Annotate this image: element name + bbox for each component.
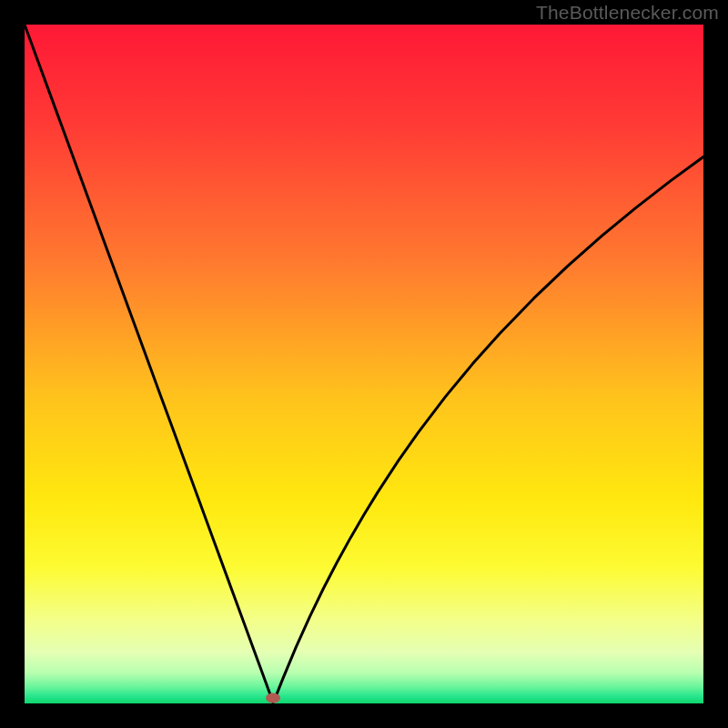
chart-svg [25, 25, 703, 703]
chart-frame: TheBottlenecker.com [0, 0, 728, 728]
chart-gradient-bg [25, 25, 703, 703]
watermark-text: TheBottlenecker.com [536, 2, 719, 24]
optimal-point-marker [266, 693, 280, 703]
chart-plot-area [25, 25, 703, 703]
